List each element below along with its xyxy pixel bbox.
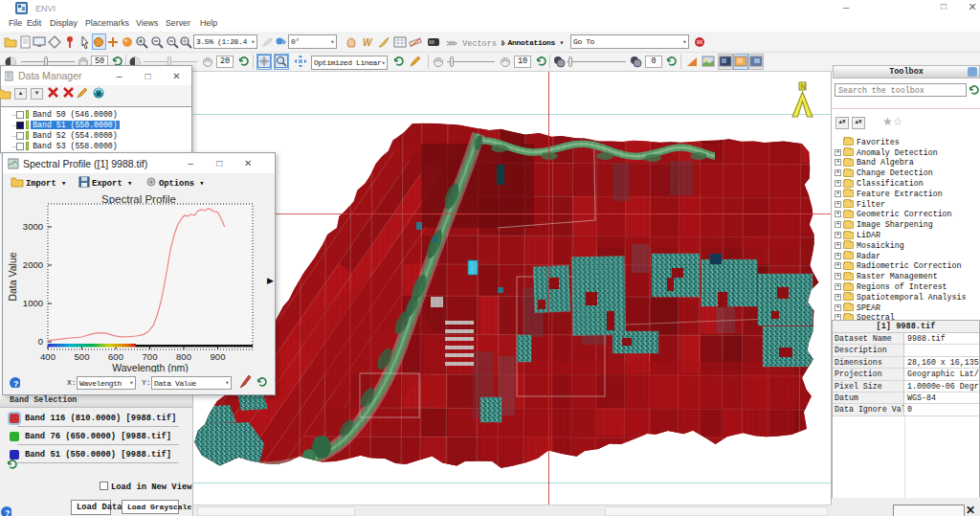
svg-text:800: 800 [176, 351, 191, 362]
svg-text:?: ? [13, 379, 19, 389]
svg-text:1000: 1000 [23, 298, 43, 308]
svg-text:700: 700 [143, 351, 158, 362]
svg-text:500: 500 [75, 351, 90, 362]
svg-text:400: 400 [40, 351, 56, 362]
svg-text:W: W [363, 37, 373, 48]
svg-text:900: 900 [211, 351, 226, 362]
svg-text:3000: 3000 [23, 221, 43, 232]
svg-text:600: 600 [108, 351, 123, 362]
svg-text:0: 0 [38, 336, 43, 347]
svg-text:Data Value: Data Value [7, 252, 18, 301]
svg-text:?: ? [5, 508, 11, 516]
svg-text:Wavelength (nm): Wavelength (nm) [112, 362, 189, 372]
svg-text:2000: 2000 [23, 259, 43, 270]
svg-text:N: N [801, 83, 806, 90]
